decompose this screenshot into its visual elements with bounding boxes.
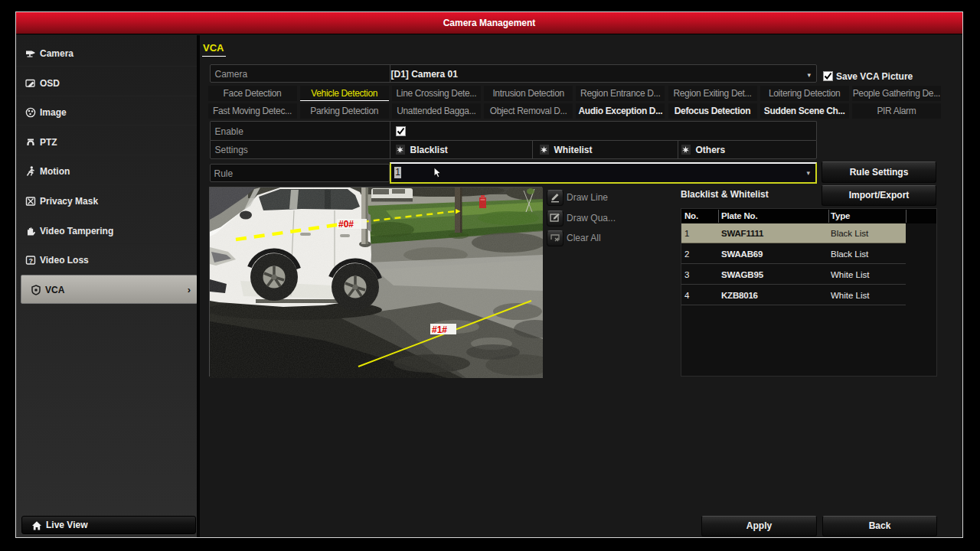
svg-text:#1#: #1#: [432, 324, 447, 335]
svg-text:#0#: #0#: [338, 219, 354, 230]
svg-text:?: ?: [29, 257, 34, 265]
